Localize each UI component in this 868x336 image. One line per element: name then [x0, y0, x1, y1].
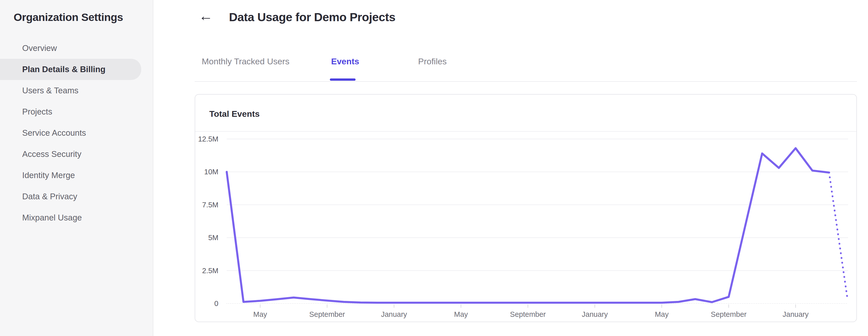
sidebar-title: Organization Settings — [13, 11, 123, 24]
back-arrow-icon: ← — [199, 7, 213, 24]
tab-events[interactable]: Events — [331, 57, 359, 66]
y-axis-label: 0 — [155, 299, 218, 308]
card-title: Total Events — [209, 109, 260, 119]
sidebar-item-label: Access Security — [22, 149, 82, 159]
y-axis-label: 2.5M — [155, 266, 218, 275]
x-axis-label: September — [691, 310, 767, 319]
sidebar-item-label: Plan Details & Billing — [22, 65, 105, 74]
tab-monthly-tracked-users[interactable]: Monthly Tracked Users — [202, 57, 289, 66]
y-axis-label: 10M — [155, 167, 218, 176]
sidebar-item-label: Data & Privacy — [22, 192, 77, 201]
sidebar-item-label: Users & Teams — [22, 86, 79, 95]
sidebar: Organization Settings Overview Plan Deta… — [0, 0, 153, 336]
tabs-divider — [195, 81, 857, 82]
usage-card: Total Events — [195, 94, 857, 322]
active-tab-underline — [330, 79, 355, 81]
x-axis-label: January — [758, 310, 833, 319]
back-button[interactable]: ← — [198, 7, 214, 24]
x-axis-label: May — [222, 310, 298, 319]
x-axis-label: May — [624, 310, 700, 319]
sidebar-item-plan-details-billing[interactable]: Plan Details & Billing — [0, 59, 141, 80]
sidebar-item-label: Mixpanel Usage — [22, 213, 82, 222]
tab-label: Profiles — [418, 57, 446, 66]
x-axis-label: September — [289, 310, 365, 319]
tab-label: Events — [331, 57, 359, 66]
tab-profiles[interactable]: Profiles — [418, 57, 446, 66]
sidebar-nav: Overview Plan Details & Billing Users & … — [0, 38, 153, 228]
sidebar-item-overview[interactable]: Overview — [0, 38, 141, 59]
sidebar-item-projects[interactable]: Projects — [0, 101, 141, 122]
sidebar-item-users-teams[interactable]: Users & Teams — [0, 80, 141, 101]
sidebar-item-service-accounts[interactable]: Service Accounts — [0, 122, 141, 144]
card-header-divider — [195, 131, 857, 132]
page: { "sidebar": { "title": "Organization Se… — [0, 0, 868, 336]
sidebar-item-label: Service Accounts — [22, 128, 86, 138]
tab-label: Monthly Tracked Users — [202, 57, 289, 66]
x-axis-label: January — [557, 310, 633, 319]
x-axis-label: September — [490, 310, 566, 319]
sidebar-item-data-privacy[interactable]: Data & Privacy — [0, 186, 141, 207]
sidebar-item-label: Identity Merge — [22, 171, 75, 180]
sidebar-item-identity-merge[interactable]: Identity Merge — [0, 165, 141, 186]
y-axis-label: 5M — [155, 233, 218, 242]
x-axis-label: May — [423, 310, 499, 319]
x-axis-label: January — [356, 310, 432, 319]
y-axis-label: 12.5M — [155, 134, 218, 144]
y-axis-label: 7.5M — [155, 200, 218, 209]
page-title: Data Usage for Demo Projects — [229, 10, 395, 24]
sidebar-item-label: Projects — [22, 107, 52, 117]
sidebar-item-label: Overview — [22, 43, 57, 53]
sidebar-item-mixpanel-usage[interactable]: Mixpanel Usage — [0, 207, 141, 228]
sidebar-item-access-security[interactable]: Access Security — [0, 144, 141, 165]
